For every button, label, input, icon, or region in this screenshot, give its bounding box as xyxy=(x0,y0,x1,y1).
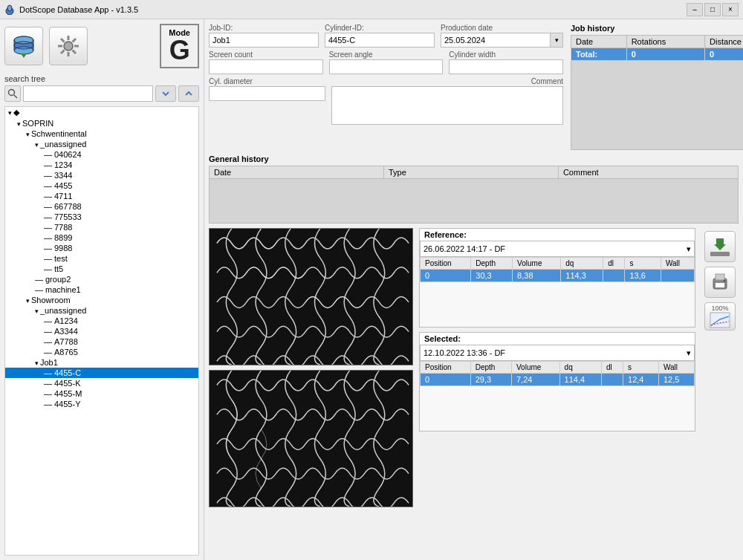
tree-item-A1234[interactable]: —A1234 xyxy=(5,316,198,326)
tree-item-label: _unassigned xyxy=(40,306,86,315)
comment-textarea[interactable] xyxy=(331,86,563,125)
job-id-field: Job-ID: xyxy=(209,24,319,48)
production-date-input[interactable] xyxy=(441,33,550,48)
minimize-button[interactable]: – xyxy=(687,3,703,16)
cyl-diameter-label: Cyl. diameter xyxy=(209,77,325,85)
tree-item-Job1[interactable]: ▾Job1 xyxy=(5,357,198,368)
screen-count-input[interactable] xyxy=(209,59,323,74)
tree-item-4711[interactable]: —4711 xyxy=(5,191,198,201)
job-id-input[interactable] xyxy=(209,33,319,48)
close-button[interactable]: × xyxy=(722,3,739,16)
svg-rect-21 xyxy=(710,252,730,256)
right-toolbar: 100% xyxy=(701,228,739,556)
database-icon-button[interactable] xyxy=(4,27,43,65)
tree-item-A7788[interactable]: —A7788 xyxy=(5,336,198,347)
tree-item-label: 4455-C xyxy=(54,368,81,377)
tree-item-label: Job1 xyxy=(40,358,58,367)
tree-item-A8765[interactable]: —A8765 xyxy=(5,347,198,357)
job-history-col-rotations: Rotations xyxy=(626,36,704,48)
sel-col-depth: Depth xyxy=(470,362,511,374)
chart-icon xyxy=(710,312,730,328)
tree-item-1234[interactable]: —1234 xyxy=(5,160,198,170)
cylinder-id-label: Cylinder-ID: xyxy=(325,24,435,32)
ref-col-position: Position xyxy=(421,258,471,270)
tree-item-4455[interactable]: —4455 xyxy=(5,180,198,191)
tree-item-A3344[interactable]: —A3344 xyxy=(5,326,198,336)
screen-count-label: Screen count xyxy=(209,51,323,59)
tree-item-label: tt5 xyxy=(54,264,63,273)
sel-row-dq: 114,4 xyxy=(559,374,601,386)
tree-item-label: A3344 xyxy=(54,327,78,336)
tree-item-schwentinental[interactable]: ▾Schwentinental xyxy=(5,128,198,139)
tree-item-soprin[interactable]: ▾SOPRIN xyxy=(5,118,198,128)
cylinder-id-input[interactable] xyxy=(325,33,435,48)
search-nav-down[interactable] xyxy=(155,85,176,102)
tree-item-unassigned2[interactable]: ▾_unassigned xyxy=(5,305,198,316)
tree-item-label: 667788 xyxy=(54,202,82,211)
cylinder-width-input[interactable] xyxy=(449,59,563,74)
tree-container[interactable]: ▾◆▾SOPRIN▾Schwentinental▾_unassigned—040… xyxy=(4,106,199,556)
screen-count-field: Screen count xyxy=(209,51,323,74)
reference-panel: Reference: 26.06.2022 14:17 - DF ▾ Posit… xyxy=(419,228,695,328)
ref-row-s: 13,6 xyxy=(625,270,661,282)
tree-item-4455Y[interactable]: —4455-Y xyxy=(5,399,198,409)
general-history-section: General history Date Type Comment xyxy=(209,154,739,224)
tree-item-root[interactable]: ▾◆ xyxy=(5,107,198,118)
tree-item-4455K[interactable]: —4455-K xyxy=(5,378,198,388)
tree-item-test[interactable]: —test xyxy=(5,253,198,264)
calendar-button[interactable]: ▾ xyxy=(550,33,563,48)
tree-item-label: A7788 xyxy=(54,337,78,346)
tree-item-label: Showroom xyxy=(31,296,71,305)
print-icon xyxy=(709,271,731,293)
tree-item-9988[interactable]: —9988 xyxy=(5,243,198,253)
selected-row[interactable]: 0 29,3 7,24 114,4 12,4 12,5 xyxy=(421,374,695,386)
job-history-table: Date Rotations Distance Total: 0 0 xyxy=(571,35,743,61)
title-bar-text: DotScope Database App - v1.3.5 xyxy=(19,5,138,14)
reference-dropdown[interactable]: 26.06.2022 14:17 - DF ▾ xyxy=(420,241,695,257)
sel-row-depth: 29,3 xyxy=(470,374,511,386)
tree-item-4455C[interactable]: —4455-C xyxy=(5,368,198,378)
search-nav-up[interactable] xyxy=(178,85,199,102)
cyl-diameter-input[interactable] xyxy=(209,86,325,101)
download-button[interactable] xyxy=(704,231,736,262)
tree-item-4455M[interactable]: —4455-M xyxy=(5,388,198,399)
tree-item-040624[interactable]: —040624 xyxy=(5,149,198,160)
print-button[interactable] xyxy=(704,267,736,298)
tree-item-3344[interactable]: —3344 xyxy=(5,170,198,180)
settings-icon-button[interactable] xyxy=(49,27,88,65)
ref-row-volume: 8,38 xyxy=(513,270,561,282)
sel-col-dq: dq xyxy=(559,362,601,374)
tree-item-7788[interactable]: —7788 xyxy=(5,222,198,232)
tree-item-667788[interactable]: —667788 xyxy=(5,201,198,212)
search-tree-label: search tree xyxy=(4,74,199,83)
sel-row-wall: 12,5 xyxy=(658,374,694,386)
title-bar-controls: – □ × xyxy=(687,3,739,16)
search-row xyxy=(4,85,199,102)
chart-button[interactable]: 100% xyxy=(704,302,736,331)
tree-item-tt5[interactable]: —tt5 xyxy=(5,264,198,274)
search-button[interactable] xyxy=(4,85,21,102)
images-column xyxy=(209,228,413,556)
screen-angle-input[interactable] xyxy=(329,59,444,74)
tree-item-775533[interactable]: —775533 xyxy=(5,212,198,222)
sel-col-position: Position xyxy=(421,362,471,374)
job-history-col-distance: Distance xyxy=(705,36,743,48)
maximize-button[interactable]: □ xyxy=(704,3,721,16)
tree-item-label: 775533 xyxy=(54,212,82,221)
tree-item-label: A1234 xyxy=(54,316,78,325)
ref-col-dq: dq xyxy=(561,258,603,270)
ref-col-s: s xyxy=(625,258,661,270)
selected-dropdown[interactable]: 12.10.2022 13:36 - DF ▾ xyxy=(420,345,695,361)
tree-item-showroom[interactable]: ▾Showroom xyxy=(5,295,198,305)
settings-icon xyxy=(55,33,82,59)
tree-item-machine1[interactable]: —machine1 xyxy=(5,284,198,295)
job-history-total-row: Total: 0 0 xyxy=(571,48,744,61)
reference-row[interactable]: 0 30,3 8,38 114,3 13,6 xyxy=(421,270,695,282)
tree-item-unassigned1[interactable]: ▾_unassigned xyxy=(5,139,198,149)
sel-col-dl: dl xyxy=(602,362,623,374)
tree-item-group2[interactable]: —group2 xyxy=(5,274,198,284)
job-history-total-rotations: 0 xyxy=(626,48,704,61)
tree-item-8899[interactable]: —8899 xyxy=(5,232,198,243)
svg-point-26 xyxy=(724,280,726,282)
search-input[interactable] xyxy=(23,85,153,102)
